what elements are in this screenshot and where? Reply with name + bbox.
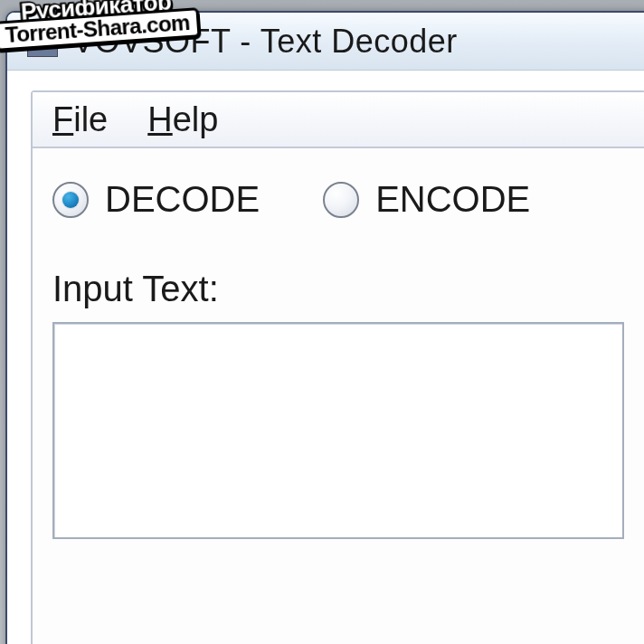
input-text-label: Input Text: bbox=[33, 220, 644, 322]
menu-help[interactable]: Help bbox=[147, 100, 218, 139]
menu-file-rest: ile bbox=[73, 100, 108, 138]
radio-encode-label: ENCODE bbox=[375, 179, 530, 220]
radio-decode-indicator bbox=[52, 182, 89, 218]
input-textarea[interactable] bbox=[52, 322, 624, 539]
mode-row: DECODE ENCODE bbox=[33, 148, 644, 220]
main-panel: File Help DECODE ENCODE bbox=[31, 90, 644, 644]
menu-help-rest: elp bbox=[173, 100, 219, 138]
radio-encode[interactable]: ENCODE bbox=[323, 179, 530, 220]
desktop-background: VOVSOFT - Text Decoder File Help DECODE bbox=[0, 0, 644, 644]
menu-file[interactable]: File bbox=[52, 100, 108, 139]
menubar: File Help bbox=[33, 92, 644, 148]
app-window: VOVSOFT - Text Decoder File Help DECODE bbox=[5, 11, 644, 644]
radio-decode-label: DECODE bbox=[105, 179, 260, 220]
radio-encode-indicator bbox=[323, 182, 359, 218]
client-area: File Help DECODE ENCODE bbox=[7, 71, 644, 644]
radio-decode[interactable]: DECODE bbox=[52, 179, 260, 220]
